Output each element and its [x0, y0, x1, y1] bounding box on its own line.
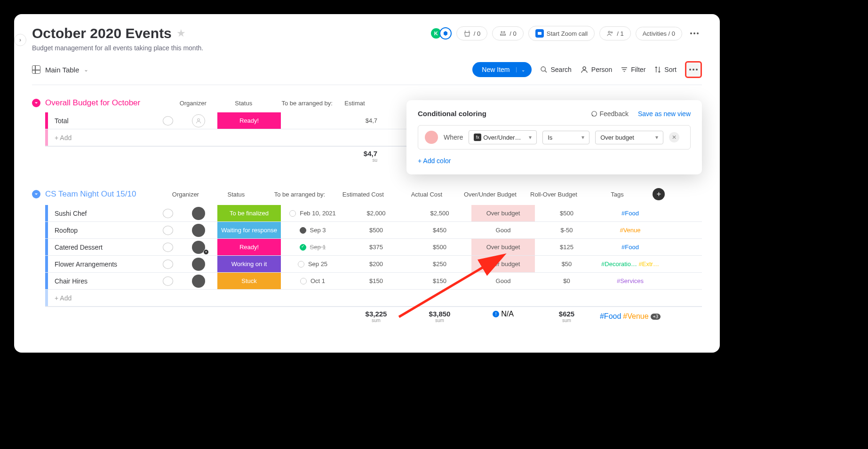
chevron-down-icon[interactable]: ⌄	[516, 67, 525, 72]
status-cell[interactable]: Working on it	[217, 256, 281, 272]
column-header[interactable]: Status	[212, 100, 275, 107]
field-dropdown[interactable]: fxOver/Under… ▾	[469, 130, 537, 144]
actual-cell[interactable]: $150	[408, 277, 471, 284]
column-header[interactable]: Status	[204, 191, 268, 198]
item-name[interactable]: Total	[48, 117, 156, 125]
tags-cell[interactable]: #Venue	[598, 227, 662, 234]
budget-cell[interactable]: Good	[471, 222, 535, 238]
updates-button[interactable]	[156, 276, 180, 286]
column-header[interactable]: Over/Under Budget	[458, 191, 522, 198]
view-more-button[interactable]	[685, 61, 702, 78]
star-icon[interactable]: ★	[176, 27, 186, 39]
group-title[interactable]: CS Team Night Out 15/10	[45, 189, 136, 199]
organizer-cell[interactable]	[180, 258, 217, 271]
board-description[interactable]: Budget management for all events taking …	[32, 44, 702, 52]
table-row[interactable]: Catered Dessert Ready! Sep 1 $375 $500 O…	[45, 239, 702, 256]
automations-button[interactable]: / 0	[492, 26, 523, 40]
tags-cell[interactable]: #Food	[598, 244, 662, 251]
filter-button[interactable]: Filter	[621, 66, 645, 73]
item-name[interactable]: Flower Arrangements	[48, 260, 156, 268]
date-cell[interactable]: Sep 3	[281, 227, 344, 234]
remove-condition-button[interactable]: ✕	[669, 132, 679, 142]
date-cell[interactable]: Sep 25	[281, 260, 344, 268]
operator-dropdown[interactable]: Is ▾	[542, 131, 589, 144]
table-row[interactable]: Flower Arrangements Working on it Sep 25…	[45, 256, 702, 273]
updates-button[interactable]	[156, 116, 180, 126]
organizer-cell[interactable]	[180, 224, 217, 237]
budget-cell[interactable]: Good	[471, 273, 535, 289]
status-cell[interactable]: Stuck	[217, 273, 281, 289]
rollover-cell[interactable]: $125	[535, 244, 598, 251]
collapse-group-button[interactable]	[32, 190, 40, 198]
updates-button[interactable]	[156, 243, 180, 252]
organizer-cell[interactable]	[180, 207, 217, 220]
actual-cell[interactable]: $250	[408, 260, 471, 268]
tags-cell[interactable]: #Services	[598, 277, 662, 284]
item-name[interactable]: Sushi Chef	[48, 210, 156, 217]
updates-button[interactable]	[156, 226, 180, 235]
estimated-cell[interactable]: $500	[344, 227, 408, 234]
rollover-cell[interactable]: $-50	[535, 227, 598, 234]
estimated-cell[interactable]: $4,7	[344, 117, 377, 124]
zoom-call-button[interactable]: Start Zoom call	[528, 26, 595, 41]
estimated-cell[interactable]: $200	[344, 260, 408, 268]
tags-cell[interactable]: #Food	[598, 210, 662, 217]
column-header[interactable]: Estimated Cost	[331, 191, 395, 198]
actual-cell[interactable]: $450	[408, 227, 471, 234]
item-name[interactable]: Catered Dessert	[48, 244, 156, 251]
status-cell[interactable]: To be finalized	[217, 205, 281, 221]
column-header[interactable]: Roll-Over Budget	[522, 191, 585, 198]
column-header[interactable]: To be arranged by:	[275, 100, 339, 107]
estimated-cell[interactable]: $2,000	[344, 210, 408, 217]
status-cell[interactable]: Waiting for response	[217, 222, 281, 238]
budget-cell[interactable]: Over budget	[471, 239, 535, 255]
organizer-cell[interactable]	[180, 114, 217, 127]
actual-cell[interactable]: $2,500	[408, 210, 471, 217]
search-button[interactable]: Search	[540, 66, 571, 73]
members-button[interactable]: / 1	[599, 26, 630, 40]
column-header[interactable]: Actual Cost	[395, 191, 458, 198]
board-more-button[interactable]	[687, 26, 702, 41]
new-item-button[interactable]: New Item ⌄	[472, 62, 532, 77]
estimated-cell[interactable]: $375	[344, 244, 408, 251]
updates-button[interactable]	[156, 260, 180, 269]
budget-cell[interactable]: Over budget	[471, 256, 535, 272]
activities-button[interactable]: Activities / 0	[636, 27, 682, 40]
add-color-button[interactable]: + Add color	[418, 157, 451, 165]
add-item-row[interactable]: + Add	[45, 290, 702, 307]
feedback-link[interactable]: Feedback	[591, 110, 628, 118]
board-title[interactable]: October 2020 Events	[32, 25, 172, 41]
sort-button[interactable]: Sort	[654, 66, 677, 73]
tags-cell[interactable]: #Decoratio… #Extr…	[598, 260, 662, 268]
table-row[interactable]: Rooftop Waiting for response Sep 3 $500 …	[45, 222, 702, 239]
value-dropdown[interactable]: Over budget ▾	[595, 131, 663, 144]
organizer-cell[interactable]	[180, 241, 217, 254]
rollover-cell[interactable]: $50	[535, 260, 598, 268]
item-name[interactable]: Rooftop	[48, 227, 156, 234]
person-filter-button[interactable]: Person	[580, 65, 612, 74]
actual-cell[interactable]: $500	[408, 244, 471, 251]
column-header[interactable]: To be arranged by:	[268, 191, 331, 198]
estimated-cell[interactable]: $150	[344, 277, 408, 284]
date-cell[interactable]: Sep 1	[281, 244, 344, 251]
date-cell[interactable]: Oct 1	[281, 277, 344, 284]
column-header[interactable]: Estimat	[339, 100, 388, 107]
view-selector[interactable]: Main Table ⌄	[32, 65, 88, 74]
status-cell[interactable]: Ready!	[217, 112, 281, 129]
item-name[interactable]: Chair Hires	[48, 277, 156, 285]
expand-sidebar-button[interactable]: ›	[14, 34, 26, 46]
collaborator-avatars[interactable]: K	[433, 27, 452, 39]
collapse-group-button[interactable]	[32, 99, 40, 107]
integrations-button[interactable]: / 0	[456, 26, 487, 40]
table-row[interactable]: Chair Hires Stuck Oct 1 $150 $150 Good $…	[45, 273, 702, 290]
table-row[interactable]: Sushi Chef To be finalized Feb 10, 2021 …	[45, 205, 702, 222]
color-swatch[interactable]	[425, 131, 438, 144]
rollover-cell[interactable]: $500	[535, 210, 598, 217]
organizer-cell[interactable]	[180, 275, 217, 288]
updates-button[interactable]	[156, 209, 180, 218]
add-column-button[interactable]: +	[653, 188, 665, 200]
column-header[interactable]: Organizer	[174, 100, 212, 107]
column-header[interactable]: Tags	[585, 191, 649, 198]
budget-cell[interactable]: Over budget	[471, 205, 535, 221]
rollover-cell[interactable]: $0	[535, 277, 598, 284]
